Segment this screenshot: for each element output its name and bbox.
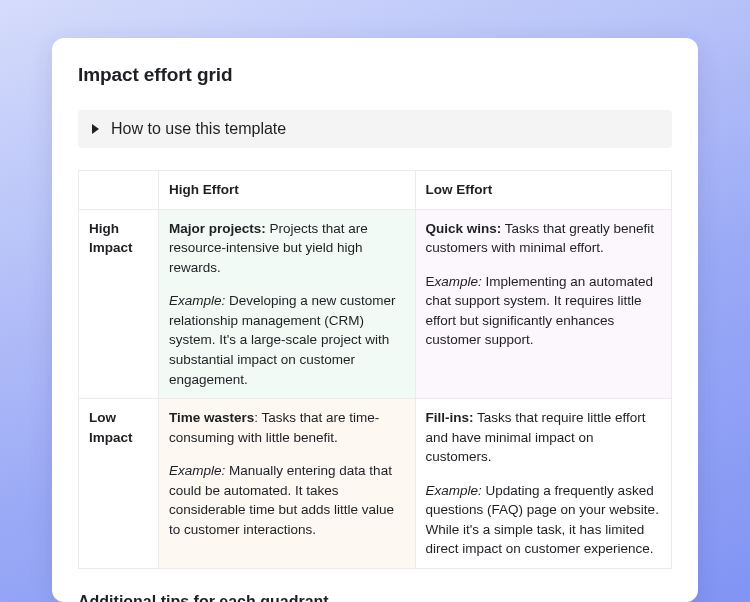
cell-example-prefix: E: [426, 274, 435, 289]
toggle-label: How to use this template: [111, 120, 286, 138]
cell-lead-bold: Fill-ins:: [426, 410, 474, 425]
row-header-low-impact: Low Impact: [79, 399, 159, 569]
col-header-high-effort: High Effort: [159, 171, 416, 210]
cell-example-label: Example:: [426, 483, 482, 498]
grid-row-high-impact: High Impact Major projects: Projects tha…: [79, 209, 672, 399]
cell-example-label: Example:: [169, 293, 225, 308]
cell-lead-bold: Time wasters: [169, 410, 254, 425]
how-to-use-toggle[interactable]: How to use this template: [78, 110, 672, 148]
grid-row-low-impact: Low Impact Time wasters: Tasks that are …: [79, 399, 672, 569]
col-header-low-effort: Low Effort: [415, 171, 672, 210]
cell-example-label: xample:: [435, 274, 482, 289]
tips-heading: Additional tips for each quadrant: [78, 593, 672, 602]
cell-fill-ins: Fill-ins: Tasks that require little effo…: [415, 399, 672, 569]
grid-corner: [79, 171, 159, 210]
cell-time-wasters: Time wasters: Tasks that are time-consum…: [159, 399, 416, 569]
impact-effort-grid: High Effort Low Effort High Impact Major…: [78, 170, 672, 569]
cell-lead-bold: Major projects:: [169, 221, 266, 236]
cell-lead-bold: Quick wins:: [426, 221, 502, 236]
row-header-high-impact: High Impact: [79, 209, 159, 399]
cell-quick-wins: Quick wins: Tasks that greatly benefit c…: [415, 209, 672, 399]
triangle-right-icon: [92, 124, 99, 134]
page-title: Impact effort grid: [78, 64, 672, 86]
cell-example-label: Example:: [169, 463, 225, 478]
document-card: Impact effort grid How to use this templ…: [52, 38, 698, 602]
cell-major-projects: Major projects: Projects that are resour…: [159, 209, 416, 399]
